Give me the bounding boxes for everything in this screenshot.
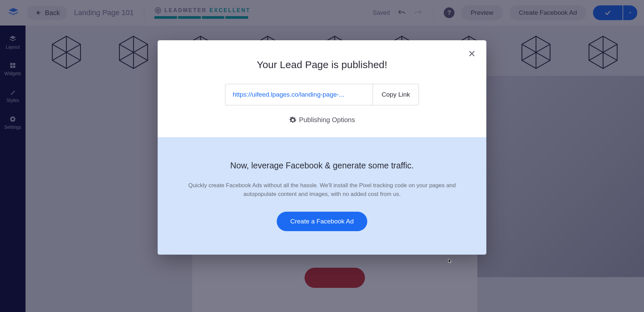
publish-modal: ✕ Your Lead Page is published! https://u… (158, 40, 486, 255)
published-url[interactable]: https://uifeed.lpages.co/landing-page-..… (225, 84, 373, 105)
lower-heading: Now, leverage Facebook & generate some t… (174, 161, 470, 170)
publishing-options-label: Publishing Options (299, 116, 355, 124)
lower-description: Quickly create Facebook Ads without all … (181, 181, 463, 198)
close-icon[interactable]: ✕ (466, 48, 477, 59)
gear-icon (289, 116, 297, 124)
modal-lower: Now, leverage Facebook & generate some t… (158, 137, 486, 255)
url-row: https://uifeed.lpages.co/landing-page-..… (158, 84, 486, 116)
create-facebook-ad-button[interactable]: Create a Facebook Ad (277, 212, 367, 231)
publishing-options[interactable]: Publishing Options (158, 116, 486, 137)
copy-link-button[interactable]: Copy Link (373, 84, 419, 105)
modal-title: Your Lead Page is published! (158, 40, 486, 84)
